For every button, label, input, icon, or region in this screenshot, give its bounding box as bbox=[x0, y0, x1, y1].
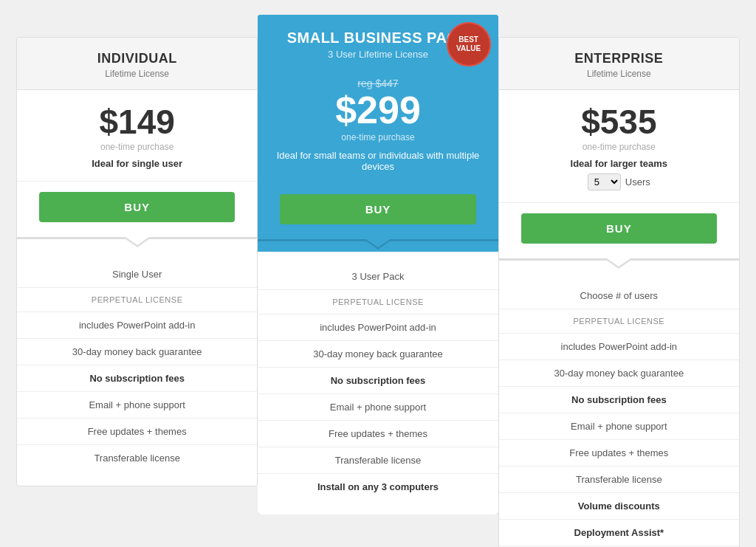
business-card: SMALL BUSINESS PACK 3 User Lifetime Lice… bbox=[258, 15, 498, 515]
individual-buy-button[interactable]: BUY bbox=[39, 192, 235, 222]
enterprise-features: Choose # of users PERPETUAL LICENSE incl… bbox=[499, 261, 739, 547]
feature-item: Email + phone support bbox=[258, 394, 498, 421]
feature-item: PERPETUAL LICENSE bbox=[258, 290, 498, 314]
enterprise-card: ENTERPRISE Lifetime License $535 one-tim… bbox=[498, 37, 740, 547]
business-pricing: reg $447 $299 one-time purchase Ideal fo… bbox=[258, 70, 498, 184]
pricing-container: INDIVIDUAL Lifetime License $149 one-tim… bbox=[16, 15, 740, 547]
feature-item: Transferable license bbox=[499, 467, 739, 493]
business-buy-button[interactable]: BUY bbox=[280, 194, 475, 224]
enterprise-price: $535 bbox=[514, 105, 724, 139]
feature-item: includes PowerPoint add-in bbox=[258, 314, 498, 341]
feature-item: 30-day money back guarantee bbox=[17, 339, 257, 365]
feature-item: Single User bbox=[17, 261, 257, 288]
business-price-once: one-time purchase bbox=[272, 132, 483, 142]
individual-buy-section: BUY bbox=[17, 182, 257, 239]
feature-item: Free updates + themes bbox=[258, 421, 498, 447]
individual-subtitle: Lifetime License bbox=[24, 69, 250, 79]
users-selector: 1234 5678 9101520 Users bbox=[514, 173, 724, 190]
business-price: $299 bbox=[272, 91, 483, 129]
users-label: Users bbox=[625, 176, 650, 188]
individual-card: INDIVIDUAL Lifetime License $149 one-tim… bbox=[16, 37, 258, 486]
enterprise-ideal: Ideal for larger teams bbox=[514, 158, 724, 169]
badge-line2: VALUE bbox=[456, 44, 481, 53]
enterprise-plan-name: ENTERPRISE bbox=[506, 51, 732, 66]
individual-features: Single User PERPETUAL LICENSE includes P… bbox=[17, 239, 257, 486]
individual-price-once: one-time purchase bbox=[32, 142, 242, 152]
individual-ideal: Ideal for single user bbox=[32, 158, 242, 169]
feature-item: Transferable license bbox=[258, 447, 498, 474]
individual-header: INDIVIDUAL Lifetime License bbox=[17, 38, 257, 90]
feature-item: includes PowerPoint add-in bbox=[499, 334, 739, 360]
individual-plan-name: INDIVIDUAL bbox=[24, 51, 250, 66]
feature-item: Email + phone support bbox=[499, 413, 739, 440]
best-value-badge: BEST VALUE bbox=[447, 22, 491, 66]
business-buy-section: BUY bbox=[258, 184, 498, 241]
feature-item: Install on any 3 computers bbox=[258, 474, 498, 500]
individual-price: $149 bbox=[32, 105, 242, 139]
enterprise-buy-section: BUY bbox=[499, 203, 739, 261]
business-ideal: Ideal for small teams or individuals wit… bbox=[272, 150, 483, 172]
feature-item: No subscription fees bbox=[499, 387, 739, 413]
feature-item: 30-day money back guarantee bbox=[258, 341, 498, 368]
feature-item: PERPETUAL LICENSE bbox=[17, 288, 257, 312]
feature-item: Choose # of users bbox=[499, 283, 739, 309]
feature-item: Volume discounts bbox=[499, 493, 739, 520]
enterprise-buy-button[interactable]: BUY bbox=[521, 213, 717, 244]
feature-item: No subscription fees bbox=[258, 368, 498, 394]
feature-item: PERPETUAL LICENSE bbox=[499, 309, 739, 334]
enterprise-pricing: $535 one-time purchase Ideal for larger … bbox=[499, 90, 739, 203]
business-price-reg: reg $447 bbox=[272, 78, 483, 89]
feature-item: No subscription fees bbox=[17, 365, 257, 392]
business-header: SMALL BUSINESS PACK 3 User Lifetime Lice… bbox=[258, 15, 498, 70]
feature-item: Deployment Assist* bbox=[499, 520, 739, 546]
enterprise-subtitle: Lifetime License bbox=[506, 69, 732, 79]
badge-line1: BEST bbox=[458, 35, 478, 44]
feature-item: Free updates + themes bbox=[499, 440, 739, 467]
feature-item: Transferable license bbox=[17, 445, 257, 471]
enterprise-price-once: one-time purchase bbox=[514, 142, 724, 152]
feature-item: includes PowerPoint add-in bbox=[17, 312, 257, 339]
enterprise-header: ENTERPRISE Lifetime License bbox=[499, 38, 739, 90]
individual-pricing: $149 one-time purchase Ideal for single … bbox=[17, 90, 257, 182]
users-select[interactable]: 1234 5678 9101520 bbox=[588, 173, 621, 190]
business-features: 3 User Pack PERPETUAL LICENSE includes P… bbox=[258, 252, 498, 515]
feature-item: Email + phone support bbox=[17, 392, 257, 419]
feature-item: 30-day money back guarantee bbox=[499, 360, 739, 387]
feature-item: 3 User Pack bbox=[258, 264, 498, 290]
feature-item: Free updates + themes bbox=[17, 419, 257, 445]
